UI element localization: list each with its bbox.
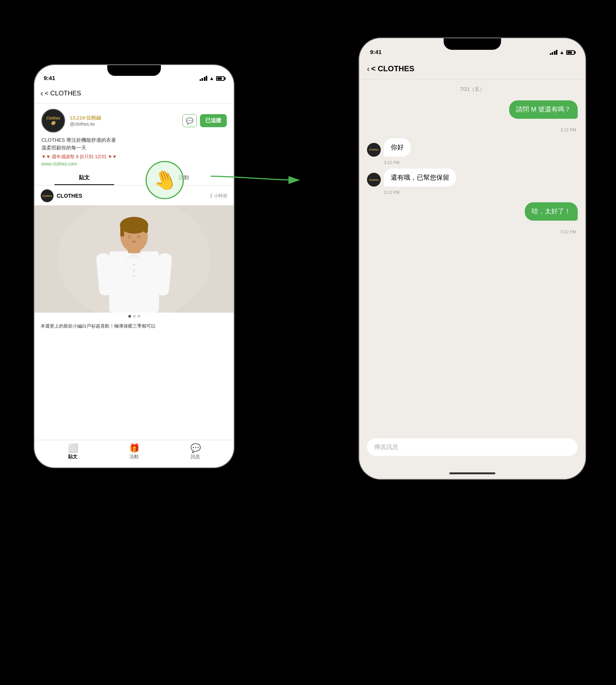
svg-rect-13: [144, 225, 148, 233]
right-signal-icon: [550, 50, 558, 55]
bottom-nav-events[interactable]: 🎁 活動: [129, 444, 139, 460]
svg-rect-12: [120, 225, 124, 237]
phone-left: 9:41 ▲ ‹ < CLOTHES: [34, 65, 234, 467]
message-row-1: 請問 M 號還有嗎？: [367, 100, 578, 119]
left-status-time: 9:41: [44, 75, 55, 81]
promo-text: ▼▼ 週年感謝祭 8 折只到 12/31 ▼▼: [41, 154, 227, 160]
wifi-icon: ▲: [209, 75, 214, 81]
chat-nav: ‹ < CLOTHES: [359, 58, 585, 80]
svg-point-11: [120, 217, 148, 234]
cursor-circle: 🤚: [146, 161, 184, 199]
message-bubble-2: 你好: [384, 138, 411, 157]
profile-desc: CLOTHES 專注於機能舒適的衣著 溫柔照顧你的每一天: [41, 136, 227, 151]
message-bubble-3: 還有哦，已幫您保留: [384, 169, 456, 187]
chat-input-box[interactable]: 傳送訊息: [367, 438, 578, 456]
chevron-left-icon: ‹: [41, 89, 43, 98]
left-nav-bar: ‹ < CLOTHES: [34, 84, 234, 103]
right-battery-icon: [566, 50, 575, 55]
bottom-nav: ⬜ 貼文 🎁 活動 💬 訊息: [34, 440, 234, 467]
home-bar: [449, 472, 495, 474]
message-bubble-1: 請問 M 號還有嗎？: [509, 100, 578, 119]
message-row-4: 哇，太好了！: [367, 202, 578, 221]
message-row-3: Clothes 還有哦，已幫您保留: [367, 169, 578, 187]
scene: 9:41 ▲ ‹ < CLOTHES: [0, 0, 616, 685]
right-chevron-left-icon: ‹: [367, 64, 370, 73]
follow-button[interactable]: 已追蹤: [200, 114, 227, 127]
svg-point-4: [133, 264, 135, 266]
bottom-nav-events-label: 活動: [129, 454, 139, 460]
dot-3: [138, 315, 140, 318]
right-wifi-icon: ▲: [559, 49, 564, 55]
shop-avatar-3: Clothes: [367, 173, 381, 187]
message-time-2: 3:12 PM: [384, 160, 578, 165]
logo-text: Clothes⬤: [46, 116, 61, 125]
profile-logo: Clothes⬤: [41, 109, 65, 133]
svg-point-15: [137, 235, 140, 239]
message-time-4: 3:12 PM: [367, 229, 576, 234]
battery-icon: [216, 76, 224, 81]
bottom-nav-messages[interactable]: 💬 訊息: [190, 444, 201, 460]
posts-icon: ⬜: [68, 444, 78, 452]
svg-point-6: [133, 275, 135, 277]
bottom-nav-messages-label: 訊息: [191, 454, 200, 460]
svg-point-5: [133, 270, 135, 272]
message-row-2: Clothes 你好: [367, 138, 578, 157]
svg-point-16: [132, 241, 136, 243]
message-bubble-4: 哇，太好了！: [525, 202, 578, 221]
left-notch: [107, 65, 161, 76]
dot-1: [128, 315, 131, 318]
bottom-nav-posts-label: 貼文: [68, 454, 77, 460]
followers-count: 13,219 位粉絲: [70, 115, 182, 121]
arrow-connector: [203, 161, 310, 192]
chat-icon: 💬: [186, 117, 193, 125]
message-button[interactable]: 💬: [182, 114, 197, 127]
signal-icon: [200, 76, 208, 81]
profile-actions: 💬 已追蹤: [182, 114, 227, 127]
post-author: Clothes CLOTHES: [41, 189, 82, 202]
chat-messages: 7/21（五） 請問 M 號還有嗎？ 3:12 PM Clothes 你好 3:…: [359, 80, 585, 433]
svg-point-14: [128, 235, 131, 239]
chat-input-area: 傳送訊息: [359, 433, 585, 467]
hand-icon: 🤚: [150, 167, 179, 193]
follow-label: 已追蹤: [205, 117, 221, 124]
image-dots: [34, 313, 234, 320]
bottom-nav-posts[interactable]: ⬜ 貼文: [68, 444, 78, 460]
dot-2: [133, 315, 136, 318]
profile-info: 13,219 位粉絲 @clothes.tw: [70, 115, 182, 127]
phone-right: 9:41 ▲ ‹ < CLOTHES: [359, 38, 585, 479]
right-status-time: 9:41: [370, 49, 382, 55]
back-button-left[interactable]: ‹ < CLOTHES: [41, 89, 81, 98]
events-icon: 🎁: [129, 444, 139, 452]
profile-handle: @clothes.tw: [70, 121, 182, 127]
left-status-icons: ▲: [200, 75, 224, 81]
hand-cursor: 🤚: [146, 161, 188, 203]
tab-posts[interactable]: 貼文: [34, 170, 134, 185]
post-image-svg: [34, 205, 234, 313]
post-caption: 本週更上的新款小編白戶衫超喜歡！極薄保暖三季都可以: [34, 320, 234, 333]
shop-avatar-2: Clothes: [367, 143, 381, 157]
post-avatar: Clothes: [41, 189, 54, 202]
right-notch: [444, 38, 501, 50]
message-time-3: 3:12 PM: [384, 190, 578, 195]
svg-rect-2: [109, 251, 159, 313]
profile-top: Clothes⬤ 13,219 位粉絲 @clothes.tw 💬 已追蹤: [41, 109, 227, 133]
message-time-1: 3:12 PM: [367, 128, 576, 132]
messages-icon: 💬: [190, 444, 201, 452]
post-time: 2 小時前: [210, 193, 228, 199]
right-status-icons: ▲: [550, 49, 575, 55]
chat-input-placeholder: 傳送訊息: [374, 443, 398, 451]
post-image: [34, 205, 234, 313]
left-nav-title: < CLOTHES: [45, 90, 81, 97]
website-link[interactable]: www.clothes.com: [41, 161, 227, 167]
date-divider: 7/21（五）: [367, 86, 578, 93]
post-author-name: CLOTHES: [57, 193, 82, 199]
profile-section: Clothes⬤ 13,219 位粉絲 @clothes.tw 💬 已追蹤 CL…: [34, 103, 234, 170]
chat-title: < CLOTHES: [371, 64, 414, 73]
home-indicator: [359, 467, 585, 479]
back-button-right[interactable]: ‹ < CLOTHES: [367, 64, 414, 73]
